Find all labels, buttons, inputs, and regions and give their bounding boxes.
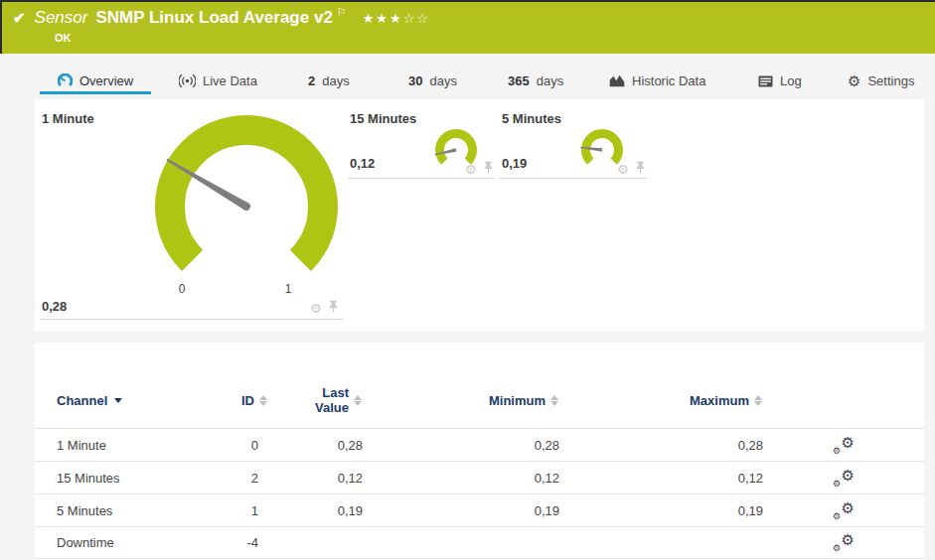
cell-minimum: 0,28 [363, 438, 559, 453]
sort-icon [550, 394, 559, 407]
gear-icon: ⚙ [842, 434, 855, 452]
gear-icon: ⚙ [848, 73, 860, 88]
cell-id: -4 [204, 535, 268, 550]
gauge-value-5-minutes: 0,19 [502, 156, 527, 171]
gauge-title-5-minutes: 5 Minutes [502, 111, 561, 126]
column-header-channel[interactable]: Channel [35, 393, 204, 408]
tile-divider [500, 178, 647, 179]
cell-id: 1 [204, 503, 268, 518]
object-type-label: Sensor [35, 8, 88, 28]
tab-label: Overview [79, 73, 133, 88]
gauge-value-1-minute: 0,28 [42, 299, 67, 314]
cell-id: 0 [204, 438, 268, 453]
pin-icon[interactable] [635, 161, 646, 177]
tab-label: days [537, 73, 563, 88]
sort-icon [754, 394, 763, 407]
table-row-15-minutes: 15 Minutes 2 0,12 0,12 0,12 ⚙ ⚙ [35, 461, 924, 493]
tile-divider [40, 319, 344, 320]
gauge-scale-min: 0 [174, 282, 190, 296]
gauge-1-minute [147, 107, 346, 306]
tab-historic-data[interactable]: Historic Data [609, 73, 705, 88]
channel-table-panel: Channel ID Last Value Minimum Maximum 1 … [35, 343, 924, 560]
tab-number: 30 [408, 73, 422, 88]
gauges-panel: 1 Minute 0 1 0,28 ⚙ 15 Minutes 0,12 ⚙ [35, 99, 924, 331]
cell-maximum: 0,12 [559, 471, 763, 486]
gear-icon: ⚙ [842, 467, 855, 485]
channel-settings-button[interactable]: ⚙ ⚙ [833, 501, 855, 520]
gear-icon: ⚙ [833, 543, 841, 553]
sensor-title: SNMP Linux Load Average v2 [95, 8, 332, 28]
cell-minimum: 0,12 [363, 471, 559, 486]
cell-last-value: 0,12 [268, 471, 363, 486]
active-tab-underline [40, 91, 151, 94]
gauge-title-1-minute: 1 Minute [42, 111, 94, 126]
pin-icon[interactable] [328, 300, 339, 316]
column-label: Channel [57, 393, 107, 408]
cell-last-value: 0,19 [268, 503, 363, 518]
channel-settings-button[interactable]: ⚙ ⚙ [833, 436, 855, 455]
cell-channel: 5 Minutes [35, 503, 204, 518]
column-header-last-value[interactable]: Last Value [268, 385, 363, 415]
broadcast-icon [179, 73, 196, 88]
flag-icon: ⚐ [337, 6, 347, 19]
tab-settings[interactable]: ⚙ Settings [848, 73, 914, 88]
tab-label: Settings [867, 73, 914, 88]
pin-icon[interactable] [483, 161, 494, 177]
tab-number: 2 [308, 73, 315, 88]
cell-channel: 15 Minutes [35, 471, 204, 486]
tab-label: Log [780, 73, 802, 88]
column-label: Last Value [307, 385, 349, 415]
column-label: Minimum [489, 393, 545, 408]
tab-2-days[interactable]: 2 days [308, 73, 350, 88]
channel-gear-icon[interactable]: ⚙ [617, 163, 629, 176]
column-header-id[interactable]: ID [204, 393, 268, 408]
tab-label: days [322, 73, 349, 88]
cell-channel: 1 Minute [35, 438, 204, 453]
gear-icon: ⚙ [833, 511, 841, 521]
sensor-status-header: ✔ Sensor SNMP Linux Load Average v2 ⚐ ★★… [0, 0, 935, 54]
tab-label: Live Data [203, 73, 257, 88]
tab-365-days[interactable]: 365 days [508, 73, 563, 88]
tab-label: days [429, 73, 456, 88]
gear-icon: ⚙ [833, 446, 841, 456]
tab-log[interactable]: Log [758, 73, 802, 88]
column-header-minimum[interactable]: Minimum [363, 393, 559, 408]
channel-gear-icon[interactable]: ⚙ [310, 302, 322, 315]
tab-label: Historic Data [632, 73, 705, 88]
cell-last-value: 0,28 [268, 438, 363, 453]
tab-live-data[interactable]: Live Data [179, 73, 257, 88]
column-label: ID [241, 393, 254, 408]
gauge-value-15-minutes: 0,12 [350, 156, 375, 171]
cell-id: 2 [204, 471, 268, 486]
tab-30-days[interactable]: 30 days [408, 73, 457, 88]
gauge-icon [58, 73, 73, 88]
gear-icon: ⚙ [842, 499, 855, 517]
gear-icon: ⚙ [833, 479, 841, 489]
sort-icon [354, 394, 363, 407]
sort-icon [259, 394, 268, 407]
cell-maximum: 0,19 [559, 503, 763, 518]
tab-overview[interactable]: Overview [58, 73, 133, 88]
column-label: Maximum [690, 393, 749, 408]
column-header-maximum[interactable]: Maximum [559, 393, 763, 408]
tile-divider [348, 178, 495, 179]
log-list-icon [758, 75, 773, 87]
tab-number: 365 [508, 73, 530, 88]
gauge-scale-max: 1 [280, 282, 296, 296]
gauge-title-15-minutes: 15 Minutes [350, 111, 416, 126]
table-row-downtime: Downtime -4 ⚙ ⚙ [35, 526, 924, 559]
gear-icon: ⚙ [842, 531, 855, 549]
status-badge: OK [55, 32, 72, 44]
table-row-5-minutes: 5 Minutes 1 0,19 0,19 0,19 ⚙ ⚙ [35, 493, 924, 526]
cell-channel: Downtime [35, 535, 204, 550]
cell-minimum: 0,19 [363, 503, 559, 518]
channel-table-header: Channel ID Last Value Minimum Maximum [35, 343, 924, 428]
priority-stars[interactable]: ★★★☆☆ [363, 11, 430, 26]
table-row-1-minute: 1 Minute 0 0,28 0,28 0,28 ⚙ ⚙ [35, 428, 924, 461]
area-chart-icon [609, 74, 625, 87]
ok-check-icon: ✔ [13, 9, 26, 27]
channel-gear-icon[interactable]: ⚙ [465, 163, 477, 176]
cell-maximum: 0,28 [559, 438, 763, 453]
channel-settings-button[interactable]: ⚙ ⚙ [833, 533, 855, 552]
channel-settings-button[interactable]: ⚙ ⚙ [833, 469, 855, 488]
